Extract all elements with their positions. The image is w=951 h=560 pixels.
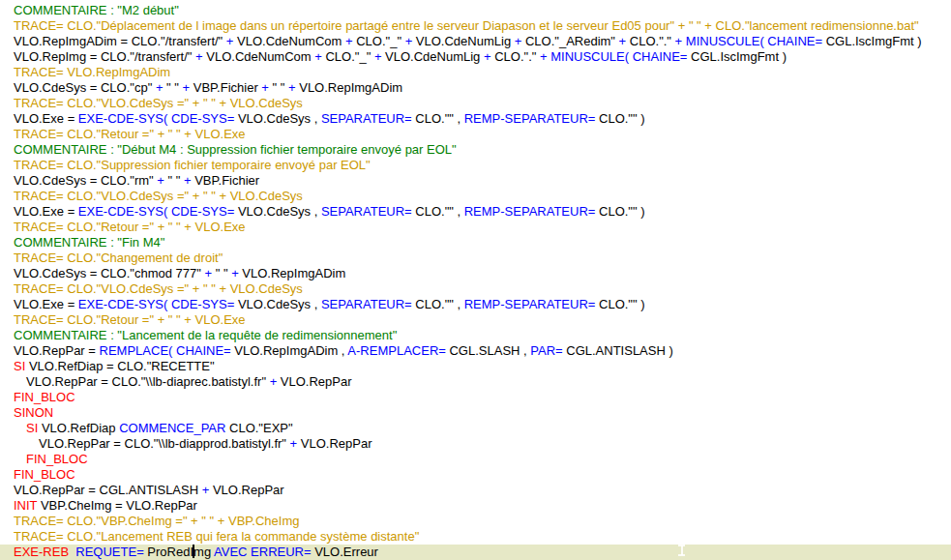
code-token-keyword-blue: A-REMPLACER= — [347, 343, 446, 358]
code-token-keyword-blue: SEPARATEUR= — [321, 111, 412, 126]
code-token-trace-orange: TRACE= CLO."VLO.CdeSys =" + " " + VLO.Cd… — [14, 189, 303, 203]
code-line-32[interactable]: VLO.RepPar = CGL.ANTISLASH + VLO.RepPar — [0, 483, 951, 498]
code-token-keyword-blue: MINUSCULE( CHAINE= — [550, 49, 687, 64]
code-token-keyword-blue: EXE-CDE-SYS( CDE-SYS= — [78, 111, 234, 126]
code-token-keyword-blue: REMP-SEPARATEUR= — [464, 111, 596, 126]
code-token-code-black: VLO.Exe = — [14, 297, 78, 311]
code-line-2[interactable]: TRACE= CLO."Déplacement de l image dans … — [0, 18, 951, 34]
script-editor[interactable]: COMMENTAIRE : "M2 début"TRACE= CLO."Dépl… — [0, 0, 951, 560]
code-token-keyword-blue: + — [345, 34, 353, 48]
code-token-code-black: VLO.CdeSys = CLO."chmod 777" — [14, 266, 204, 280]
code-line-28[interactable]: SI VLO.RefDiap COMMENCE_PAR CLO."EXP" — [0, 421, 951, 436]
code-token-keyword-blue: COMMENCE_PAR — [119, 421, 225, 435]
code-line-27[interactable]: SINON — [0, 405, 951, 421]
code-token-comment-green: COMMENTAIRE : "M2 début" — [14, 3, 179, 17]
code-token-control-red: FIN_BLOC — [26, 452, 88, 466]
code-line-3[interactable]: VLO.RepImgADim = CLO."/transfert/" + VLO… — [0, 34, 951, 49]
code-line-18[interactable]: VLO.CdeSys = CLO."chmod 777" + " " + VLO… — [0, 266, 951, 281]
code-token-keyword-blue: + — [484, 49, 491, 64]
code-token-keyword-blue: + — [261, 80, 269, 95]
code-line-5[interactable]: TRACE= VLO.RepImgADim — [0, 65, 951, 80]
code-token-keyword-blue: SEPARATEUR= — [321, 204, 412, 219]
code-token-comment-green: COMMENTAIRE : "Lancement de la requête d… — [14, 328, 397, 342]
code-lines-container: COMMENTAIRE : "M2 début"TRACE= CLO."Dépl… — [0, 3, 951, 560]
code-token-code-black: VLO.RefDiap = CLO."RECETTE" — [25, 359, 214, 373]
code-line-23[interactable]: VLO.RepPar = REMPLACE( CHAINE= VLO.RepIm… — [0, 343, 951, 359]
code-token-keyword-blue: + — [540, 49, 548, 64]
code-token-code-black: CLO."." — [491, 49, 540, 64]
code-line-10[interactable]: COMMENTAIRE : "Début M4 : Suppression fi… — [0, 142, 951, 158]
code-token-code-black: CLO."." — [626, 34, 674, 48]
code-token-code-black: CGL.SLASH , — [446, 343, 530, 358]
code-token-code-black: CLO."_" — [353, 34, 405, 48]
code-token-code-black: CLO."_ARedim" — [521, 34, 618, 48]
code-token-comment-green: COMMENTAIRE : "Début M4 : Suppression fi… — [14, 142, 457, 157]
code-line-26[interactable]: FIN_BLOC — [0, 390, 951, 405]
code-token-keyword-blue: + — [184, 173, 192, 188]
code-line-24[interactable]: SI VLO.RefDiap = CLO."RECETTE" — [0, 359, 951, 374]
code-token-code-black: VLO.RepImgADim , — [231, 343, 348, 358]
code-token-code-black: " " — [269, 80, 288, 95]
code-token-code-black: VLO.RepPar — [277, 374, 351, 389]
code-line-34[interactable]: TRACE= CLO."VBP.CheImg =" + " " + VBP.Ch… — [0, 514, 951, 529]
code-token-keyword-blue: + — [231, 266, 239, 280]
code-token-code-black: VLO.RepPar = CLO."\\lb-diaprec.batistyl.… — [26, 374, 270, 389]
code-token-keyword-blue: + — [288, 80, 296, 95]
code-token-code-black: CLO."" ) — [595, 297, 644, 311]
code-token-trace-orange: TRACE= CLO."Retour =" + " " + VLO.Exe — [14, 127, 246, 141]
code-line-6[interactable]: VLO.CdeSys = CLO."cp" + " " + VBP.Fichie… — [0, 80, 951, 96]
code-token-trace-orange: TRACE= VLO.RepImgADim — [14, 65, 170, 79]
code-token-code-black: VLO.CdeNumCom — [203, 49, 315, 64]
code-line-11[interactable]: TRACE= CLO."Suppression fichier temporai… — [0, 158, 951, 173]
code-line-12[interactable]: VLO.CdeSys = CLO."rm" + " " + VBP.Fichie… — [0, 173, 951, 189]
code-line-21[interactable]: TRACE= CLO."Retour =" + " " + VLO.Exe — [0, 312, 951, 328]
code-token-code-black: ProRedI — [144, 545, 193, 559]
code-token-code-black: VBP.Fichier — [190, 80, 261, 95]
code-line-22[interactable]: COMMENTAIRE : "Lancement de la requête d… — [0, 328, 951, 343]
code-token-code-black: CGL.ANTISLASH ) — [563, 343, 673, 358]
code-token-code-black: CGL.IscImgFmt ) — [687, 49, 787, 64]
code-token-code-black: VLO.CdeNumCom — [233, 34, 345, 48]
code-line-7[interactable]: TRACE= CLO."VLO.CdeSys =" + " " + VLO.Cd… — [0, 96, 951, 111]
code-token-code-black: CLO."_" — [322, 49, 374, 64]
code-token-code-black: CGL.IscImgFmt ) — [822, 34, 922, 48]
code-line-17[interactable]: TRACE= CLO."Changement de droit" — [0, 251, 951, 266]
code-line-9[interactable]: TRACE= CLO."Retour =" + " " + VLO.Exe — [0, 127, 951, 142]
code-token-control-red: EXE-REB — [14, 545, 69, 559]
code-line-14[interactable]: VLO.Exe = EXE-CDE-SYS( CDE-SYS= VLO.CdeS… — [0, 204, 951, 220]
code-line-33[interactable]: INIT VBP.CheImg = VLO.RepPar — [0, 498, 951, 514]
code-line-36[interactable]: EXE-REB REQUETE= ProRedImg AVEC ERREUR= … — [0, 545, 951, 560]
code-line-25[interactable]: VLO.RepPar = CLO."\\lb-diaprec.batistyl.… — [0, 374, 951, 390]
code-line-30[interactable]: FIN_BLOC — [0, 452, 951, 467]
code-token-code-black: VLO.RepPar — [297, 436, 371, 451]
code-line-31[interactable]: FIN_BLOC — [0, 467, 951, 483]
code-line-15[interactable]: TRACE= CLO."Retour =" + " " + VLO.Exe — [0, 220, 951, 235]
code-line-16[interactable]: COMMENTAIRE : "Fin M4" — [0, 235, 951, 251]
code-token-code-black: VLO.CdeSys = CLO."rm" — [14, 173, 157, 188]
code-token-comment-green: COMMENTAIRE : "Fin M4" — [14, 235, 164, 250]
code-token-keyword-blue: MINUSCULE( CHAINE= — [686, 34, 822, 48]
code-token-trace-orange: TRACE= CLO."Retour =" + " " + VLO.Exe — [14, 312, 246, 327]
code-token-trace-orange: TRACE= CLO."Déplacement de l image dans … — [14, 18, 919, 33]
code-token-code-black: VLO.CdeSys = CLO."cp" — [14, 80, 156, 95]
code-line-13[interactable]: TRACE= CLO."VLO.CdeSys =" + " " + VLO.Cd… — [0, 189, 951, 204]
code-token-trace-orange: TRACE= CLO."VLO.CdeSys =" + " " + VLO.Cd… — [14, 281, 303, 296]
code-token-code-black: VLO.CdeSys , — [234, 111, 321, 126]
code-line-4[interactable]: VLO.RepImg = CLO."/transfert/" + VLO.Cde… — [0, 49, 951, 65]
code-line-8[interactable]: VLO.Exe = EXE-CDE-SYS( CDE-SYS= VLO.CdeS… — [0, 111, 951, 127]
code-token-control-red: SI — [26, 421, 38, 435]
code-token-keyword-blue: + — [157, 173, 164, 188]
code-token-trace-orange: TRACE= CLO."VBP.CheImg =" + " " + VBP.Ch… — [14, 514, 299, 528]
code-token-code-black: mg — [193, 545, 214, 559]
code-token-code-black: VLO.RepImgADim — [296, 80, 403, 95]
code-line-20[interactable]: VLO.Exe = EXE-CDE-SYS( CDE-SYS= VLO.CdeS… — [0, 297, 951, 312]
code-line-29[interactable]: VLO.RepPar = CLO."\\lb-diapprod.batistyl… — [0, 436, 951, 452]
code-line-1[interactable]: COMMENTAIRE : "M2 début" — [0, 3, 951, 18]
code-token-code-black: VLO.Exe = — [14, 204, 78, 219]
code-token-code-black: CLO."" , — [412, 297, 464, 311]
code-token-code-black: VLO.RepPar = CLO."\\lb-diapprod.batistyl… — [39, 436, 290, 451]
code-token-keyword-blue: PAR= — [530, 343, 562, 358]
code-line-35[interactable]: TRACE= CLO."Lancement REB qui fera la co… — [0, 529, 951, 545]
code-line-19[interactable]: TRACE= CLO."VLO.CdeSys =" + " " + VLO.Cd… — [0, 281, 951, 297]
code-token-code-black: VLO.RepImg = CLO."/transfert/" — [14, 49, 195, 64]
